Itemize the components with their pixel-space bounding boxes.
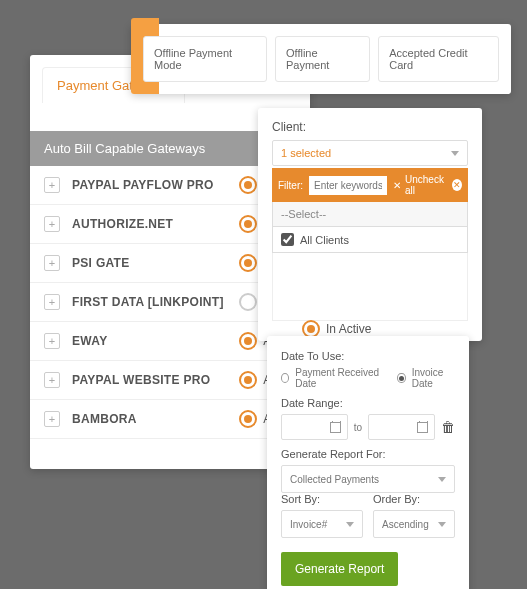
filter-input[interactable] [309, 176, 387, 195]
date-range-label: Date Range: [281, 397, 455, 409]
active-radio[interactable] [239, 215, 257, 233]
report-options-card: Date To Use: Payment Received Date Invoi… [267, 336, 469, 589]
close-icon: ✕ [393, 180, 401, 191]
generate-for-label: Generate Report For: [281, 448, 455, 460]
chevron-down-icon [438, 522, 446, 527]
gateway-name: BAMBORA [72, 412, 239, 426]
generate-report-button[interactable]: Generate Report [281, 552, 398, 586]
client-dropdown-body [272, 253, 468, 321]
clear-icon: ✕ [452, 179, 462, 191]
active-radio[interactable] [239, 410, 257, 428]
payment-tab[interactable]: Offline Payment Mode [143, 36, 267, 82]
payment-tabs-card: Offline Payment ModeOffline PaymentAccep… [131, 24, 511, 94]
active-radio[interactable] [239, 371, 257, 389]
sort-by-label: Sort By: [281, 493, 363, 505]
gateway-name: PSI GATE [72, 256, 239, 270]
active-radio[interactable] [239, 293, 257, 311]
date-to-input[interactable] [368, 414, 435, 440]
client-filter-card: Client: 1 selected Filter: ✕ Uncheck all… [258, 108, 482, 341]
expand-icon[interactable]: + [44, 255, 60, 271]
gateway-name: EWAY [72, 334, 239, 348]
all-clients-checkbox[interactable] [281, 233, 294, 246]
gateway-name: AUTHORIZE.NET [72, 217, 239, 231]
chevron-down-icon [438, 477, 446, 482]
client-filter-bar: Filter: ✕ Uncheck all ✕ [272, 168, 468, 202]
payment-tabs: Offline Payment ModeOffline PaymentAccep… [131, 24, 511, 94]
client-option-placeholder[interactable]: --Select-- [272, 202, 468, 227]
chevron-down-icon [346, 522, 354, 527]
payment-tab[interactable]: Accepted Credit Card [378, 36, 499, 82]
client-dropdown[interactable]: 1 selected [272, 140, 468, 166]
order-by-label: Order By: [373, 493, 455, 505]
gateway-name: FIRST DATA [LINKPOINT] [72, 295, 239, 309]
expand-icon[interactable]: + [44, 177, 60, 193]
expand-icon[interactable]: + [44, 411, 60, 427]
date-to-use-label: Date To Use: [281, 350, 455, 362]
sort-by-select[interactable]: Invoice# [281, 510, 363, 538]
radio-invoice-date[interactable] [397, 373, 405, 383]
date-from-input[interactable] [281, 414, 348, 440]
gateway-name: PAYPAL PAYFLOW PRO [72, 178, 239, 192]
uncheck-all-button[interactable]: ✕ Uncheck all ✕ [393, 174, 462, 196]
active-radio[interactable] [239, 176, 257, 194]
client-label: Client: [272, 120, 468, 134]
expand-icon[interactable]: + [44, 216, 60, 232]
active-radio[interactable] [239, 254, 257, 272]
calendar-icon [330, 422, 341, 433]
expand-icon[interactable]: + [44, 294, 60, 310]
radio-payment-received[interactable] [281, 373, 289, 383]
trash-icon[interactable]: 🗑 [441, 419, 455, 435]
gateway-name: PAYPAL WEBSITE PRO [72, 373, 239, 387]
payment-tab[interactable]: Offline Payment [275, 36, 370, 82]
filter-label: Filter: [278, 180, 303, 191]
client-selected: 1 selected [281, 147, 331, 159]
expand-icon[interactable]: + [44, 372, 60, 388]
order-by-select[interactable]: Ascending [373, 510, 455, 538]
client-option-all[interactable]: All Clients [272, 227, 468, 253]
calendar-icon [417, 422, 428, 433]
expand-icon[interactable]: + [44, 333, 60, 349]
active-radio[interactable] [239, 332, 257, 350]
generate-for-select[interactable]: Collected Payments [281, 465, 455, 493]
chevron-down-icon [451, 151, 459, 156]
